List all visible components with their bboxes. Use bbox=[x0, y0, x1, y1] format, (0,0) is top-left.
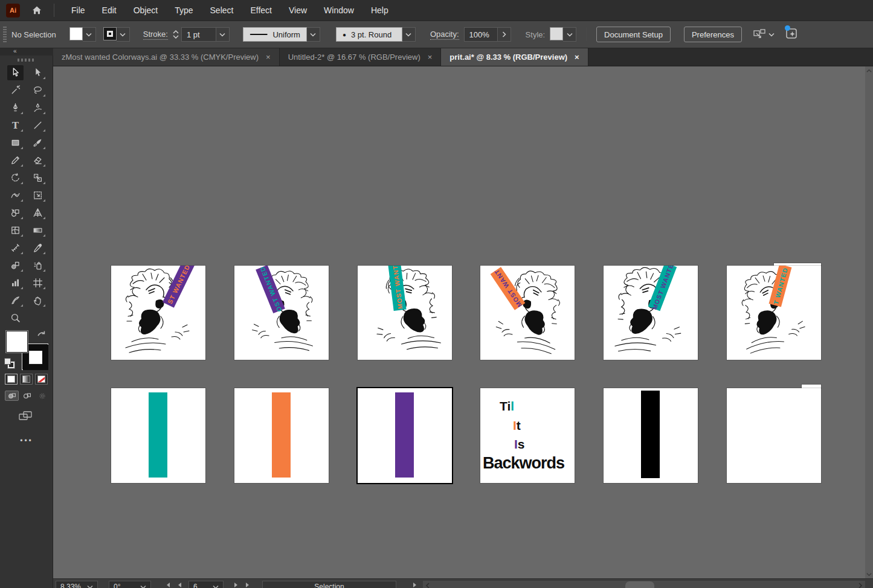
stroke-weight-stepper[interactable] bbox=[173, 30, 179, 39]
stroke-weight-control[interactable]: 1 pt bbox=[181, 27, 230, 42]
width-profile-dropdown[interactable] bbox=[307, 27, 320, 42]
stroke-color-swatch[interactable] bbox=[103, 27, 117, 40]
gradient-fill-button[interactable] bbox=[20, 374, 33, 385]
opacity-expand[interactable] bbox=[498, 27, 511, 42]
artboard-2[interactable]: OST WANTED bbox=[234, 266, 329, 360]
lasso-tool[interactable] bbox=[30, 83, 46, 98]
stroke-weight-dropdown[interactable] bbox=[216, 27, 230, 42]
menu-window[interactable]: Window bbox=[315, 0, 362, 21]
slice-tool[interactable] bbox=[7, 293, 24, 308]
shape-builder-tool[interactable] bbox=[7, 205, 24, 220]
current-artboard-field[interactable]: 6 bbox=[188, 581, 224, 588]
opacity-link[interactable]: Opacity: bbox=[430, 30, 459, 40]
artboard-6[interactable]: T WANTED bbox=[727, 266, 821, 360]
direct-selection-tool[interactable] bbox=[30, 65, 46, 80]
menu-edit[interactable]: Edit bbox=[94, 0, 125, 21]
menu-view[interactable]: View bbox=[280, 0, 315, 21]
none-fill-button[interactable] bbox=[35, 374, 48, 385]
fill-swatch[interactable] bbox=[69, 27, 83, 40]
color-fill-button[interactable] bbox=[5, 374, 18, 385]
home-icon[interactable] bbox=[30, 3, 44, 18]
stroke-color-control[interactable] bbox=[103, 27, 130, 42]
status-expand-icon[interactable] bbox=[411, 581, 419, 588]
rotate-tool[interactable] bbox=[7, 170, 24, 185]
scroll-right-icon[interactable] bbox=[858, 583, 863, 588]
type-tool[interactable]: T bbox=[7, 118, 24, 133]
opacity-value[interactable]: 100% bbox=[464, 27, 498, 42]
zoom-tool[interactable] bbox=[7, 310, 24, 325]
brush-control[interactable]: ● 3 pt. Round bbox=[336, 27, 416, 42]
eraser-tool[interactable] bbox=[30, 153, 46, 168]
previous-artboard-icon[interactable] bbox=[175, 581, 184, 588]
draw-normal-mode-button[interactable] bbox=[5, 391, 19, 401]
menu-file[interactable]: File bbox=[63, 0, 94, 21]
artboard-11[interactable] bbox=[604, 388, 698, 483]
rectangle-tool[interactable] bbox=[7, 135, 24, 150]
first-artboard-icon[interactable] bbox=[163, 581, 172, 588]
style-control[interactable] bbox=[550, 27, 576, 42]
tab-prit-ai[interactable]: prit.ai* @ 8.33 % (RGB/Preview) × bbox=[441, 48, 588, 66]
style-swatch[interactable] bbox=[550, 27, 563, 40]
fill-swatch-indicator[interactable] bbox=[5, 330, 28, 353]
close-icon[interactable]: × bbox=[266, 53, 271, 62]
pencil-tool[interactable] bbox=[7, 153, 24, 168]
style-dropdown[interactable] bbox=[563, 27, 576, 42]
gradient-tool[interactable] bbox=[30, 223, 46, 238]
artboard-4[interactable]: MOST WANT bbox=[480, 266, 575, 360]
stroke-link[interactable]: Stroke: bbox=[143, 30, 168, 40]
illustrator-app-icon[interactable]: Ai bbox=[6, 4, 20, 18]
artboard-8[interactable] bbox=[234, 388, 329, 483]
paintbrush-tool[interactable] bbox=[30, 135, 46, 150]
tab-untitled-2[interactable]: Untitled-2* @ 16.67 % (RGB/Preview) × bbox=[280, 48, 442, 66]
edit-toolbar-button[interactable]: ••• bbox=[0, 436, 53, 445]
free-transform-tool[interactable] bbox=[30, 188, 46, 203]
mesh-tool[interactable] bbox=[7, 223, 24, 238]
collapse-panel-icon[interactable]: « bbox=[13, 48, 18, 54]
fill-color-control[interactable] bbox=[69, 27, 96, 42]
artboard-12-empty[interactable] bbox=[727, 388, 821, 483]
fill-dropdown[interactable] bbox=[83, 27, 96, 42]
artboard-3[interactable]: MOST WANT bbox=[358, 266, 452, 360]
width-tool[interactable] bbox=[7, 188, 24, 203]
artboard-7[interactable] bbox=[111, 388, 205, 483]
scroll-left-icon[interactable] bbox=[425, 583, 430, 588]
artboard-5[interactable]: MOST WANTE bbox=[604, 266, 698, 360]
zoom-level-field[interactable]: 8.33% bbox=[56, 581, 98, 588]
last-artboard-icon[interactable] bbox=[244, 581, 253, 588]
measure-tool[interactable] bbox=[7, 240, 24, 255]
canvas-pasteboard[interactable]: ST WANTED OST WANTED MOST WANT MOST WANT… bbox=[53, 66, 865, 578]
stroke-color-dropdown[interactable] bbox=[117, 27, 130, 42]
curvature-tool[interactable] bbox=[30, 100, 46, 115]
screen-mode-button[interactable] bbox=[18, 410, 34, 422]
selection-tool[interactable] bbox=[7, 65, 24, 80]
artboard-9-selected[interactable] bbox=[358, 388, 452, 483]
vertical-scrollbar[interactable] bbox=[865, 66, 873, 578]
menu-select[interactable]: Select bbox=[202, 0, 242, 21]
stroke-weight-value[interactable]: 1 pt bbox=[181, 27, 216, 42]
menu-help[interactable]: Help bbox=[362, 0, 397, 21]
horizontal-scrollbar[interactable] bbox=[423, 581, 865, 588]
default-fill-stroke-icon[interactable] bbox=[4, 358, 15, 369]
opacity-control[interactable]: 100% bbox=[464, 27, 511, 42]
width-profile-control[interactable]: Uniform bbox=[243, 27, 320, 42]
blend-tool[interactable] bbox=[7, 258, 24, 273]
line-segment-tool[interactable] bbox=[30, 118, 46, 133]
menu-effect[interactable]: Effect bbox=[242, 0, 280, 21]
document-setup-button[interactable]: Document Setup bbox=[596, 27, 671, 42]
menu-type[interactable]: Type bbox=[166, 0, 201, 21]
eyedropper-tool[interactable] bbox=[30, 240, 46, 255]
scrollbar-thumb[interactable] bbox=[625, 581, 654, 588]
generative-ai-button[interactable] bbox=[784, 26, 799, 43]
scroll-up-icon[interactable] bbox=[866, 69, 872, 73]
menu-object[interactable]: Object bbox=[125, 0, 166, 21]
tab-zmost-wanted-colorways[interactable]: zMost wanted Colorways.ai @ 33.33 % (CMY… bbox=[53, 48, 280, 66]
pen-tool[interactable] bbox=[7, 100, 24, 115]
draw-behind-mode-button[interactable] bbox=[20, 391, 34, 401]
artboard-tool[interactable] bbox=[30, 275, 46, 290]
swap-fill-stroke-icon[interactable] bbox=[36, 329, 47, 339]
magic-wand-tool[interactable] bbox=[7, 83, 24, 98]
hand-tool[interactable] bbox=[30, 293, 46, 308]
next-artboard-icon[interactable] bbox=[232, 581, 240, 588]
preferences-button[interactable]: Preferences bbox=[684, 27, 742, 42]
perspective-grid-tool[interactable] bbox=[30, 205, 46, 220]
